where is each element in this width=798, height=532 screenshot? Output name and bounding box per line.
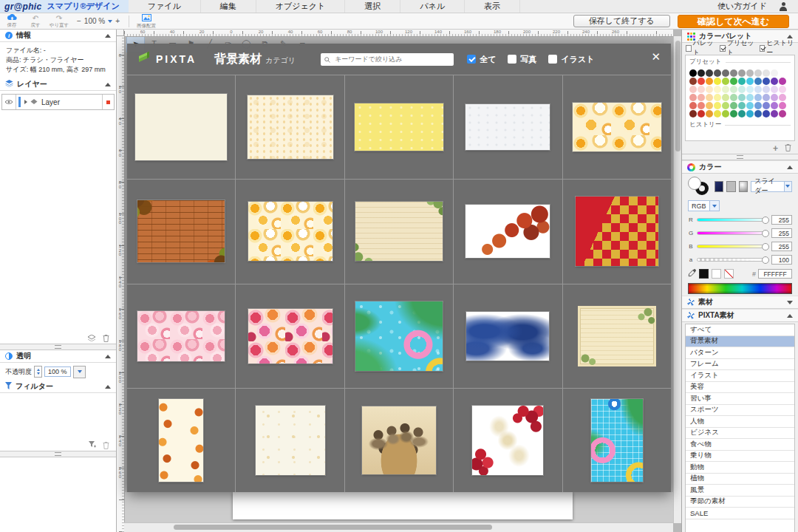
palette-swatch[interactable] [722,69,729,77]
palette-swatch[interactable] [730,69,737,77]
checkbox-icon[interactable] [508,55,516,64]
palette-swatch[interactable] [730,94,737,101]
palette-swatch[interactable] [754,69,762,77]
flat-mode-button[interactable] [726,181,735,192]
palette-swatch[interactable] [738,78,746,85]
save-button[interactable]: 保存 [0,13,24,29]
thumbnail-red-maple-branch[interactable] [466,205,550,258]
palette-swatch[interactable] [706,110,713,117]
thumbnail-plain-cream-paper[interactable] [135,94,227,160]
new-layer-icon[interactable] [87,335,96,343]
filter-1[interactable]: 写真 [508,54,536,65]
thumbnail-colorful-roses[interactable] [248,309,332,364]
palette-swatch[interactable] [771,86,778,93]
expand-icon[interactable] [787,301,793,304]
palette-swatch[interactable] [698,94,705,101]
pixta-category-3[interactable]: フレーム [686,359,794,371]
panel-divider[interactable] [0,344,116,350]
pixta-category-5[interactable]: 美容 [686,382,794,394]
menu-item-5[interactable]: 表示 [465,0,520,13]
palette-swatch[interactable] [771,78,778,85]
slider-knob[interactable] [762,230,769,237]
palette-swatch[interactable] [722,110,729,117]
palette-swatch[interactable] [779,78,786,85]
pixta-category-1[interactable]: 背景素材 [686,336,794,348]
pixta-category-14[interactable]: 風景 [686,485,794,497]
palette-swatch[interactable] [689,94,697,101]
zoom-in-button[interactable]: + [115,17,120,25]
artboard-page[interactable] [233,492,573,519]
palette-swatch[interactable] [738,86,746,93]
channel-slider-a[interactable] [697,258,768,262]
gradient-mode-button[interactable] [715,181,723,192]
pixta-category-16[interactable]: SALE [686,508,794,519]
thumbnail-red-blossoms-cranes[interactable] [472,406,543,475]
opacity-value[interactable]: 100 % [44,366,71,377]
palette-swatch[interactable] [754,86,762,93]
palette-swatch[interactable] [722,86,729,93]
opacity-dropdown[interactable] [73,366,86,378]
thumbnail-white-paper[interactable] [466,104,550,150]
user-icon[interactable] [779,2,788,11]
confirm-next-button[interactable]: 確認して次へ進む [678,15,789,28]
thumbnail-autumn-brick-wall[interactable] [137,200,225,262]
palette-swatch[interactable] [714,110,721,117]
palette-swatch[interactable] [730,110,737,117]
checkbox-icon[interactable] [760,45,765,52]
palette-swatch[interactable] [763,110,770,117]
palette-swatch[interactable] [754,94,762,101]
palette-swatch[interactable] [754,78,762,85]
palette-swatch[interactable] [746,69,754,77]
palette-swatch[interactable] [714,78,721,85]
palette-swatch[interactable] [706,69,713,77]
palette-swatch[interactable] [698,78,705,85]
pixta-category-6[interactable]: 習い事 [686,393,794,405]
palette-swatch[interactable] [689,69,697,77]
pixta-category-2[interactable]: パターン [686,347,794,359]
thumbnail-maple-leaf-border[interactable] [159,399,203,482]
panel-divider[interactable] [0,451,116,457]
palette-swatch[interactable] [722,102,729,109]
palette-swatch[interactable] [746,78,754,85]
opacity-stepper[interactable] [34,366,42,378]
palette-swatch[interactable] [689,86,697,93]
zoom-out-button[interactable]: − [77,17,81,25]
thumbnail-red-gold-checkered[interactable] [576,197,658,266]
collapse-icon[interactable] [105,34,111,38]
palette-swatch[interactable] [722,94,729,101]
close-icon[interactable]: ✕ [651,51,661,62]
palette-swatch[interactable] [779,110,786,117]
pixta-category-12[interactable]: 動物 [686,462,794,474]
menu-item-3[interactable]: 選択 [345,0,400,13]
channel-slider-B[interactable] [697,245,768,248]
palette-swatch[interactable] [746,102,754,109]
slider-knob[interactable] [762,243,769,250]
palette-swatch[interactable] [771,69,778,77]
palette-swatch[interactable] [771,102,778,109]
slider-mode-select[interactable]: スライダー [751,181,792,192]
thumbnail-yellow-white-roses[interactable] [573,103,661,151]
palette-swatch[interactable] [754,110,762,117]
thumbnail-pink-roses[interactable] [137,311,225,361]
spectrum-bar[interactable] [688,283,792,294]
delete-layer-trash-icon[interactable] [103,334,109,344]
pixta-category-10[interactable]: 食べ物 [686,439,794,451]
channel-slider-G[interactable] [697,231,768,235]
menu-item-0[interactable]: ファイル [129,0,201,13]
collapse-icon[interactable] [787,35,793,38]
palette-swatch[interactable] [689,78,697,85]
thumbnail-yellow-paper[interactable] [355,103,443,151]
palette-swatch[interactable] [763,69,770,77]
layer-visibility-toggle[interactable] [2,95,16,109]
palette-swatch[interactable] [698,69,705,77]
palette-swatch[interactable] [763,94,770,101]
menu-item-1[interactable]: 編集 [201,0,256,13]
black-swatch[interactable] [699,269,709,279]
palette-swatch[interactable] [706,86,713,93]
palette-swatch[interactable] [763,86,770,93]
scrollbar-thumb[interactable] [675,41,681,151]
fill-color-circle[interactable] [688,177,701,190]
palette-swatch[interactable] [706,94,713,101]
palette-swatch[interactable] [738,110,746,117]
palette-swatch[interactable] [706,78,713,85]
